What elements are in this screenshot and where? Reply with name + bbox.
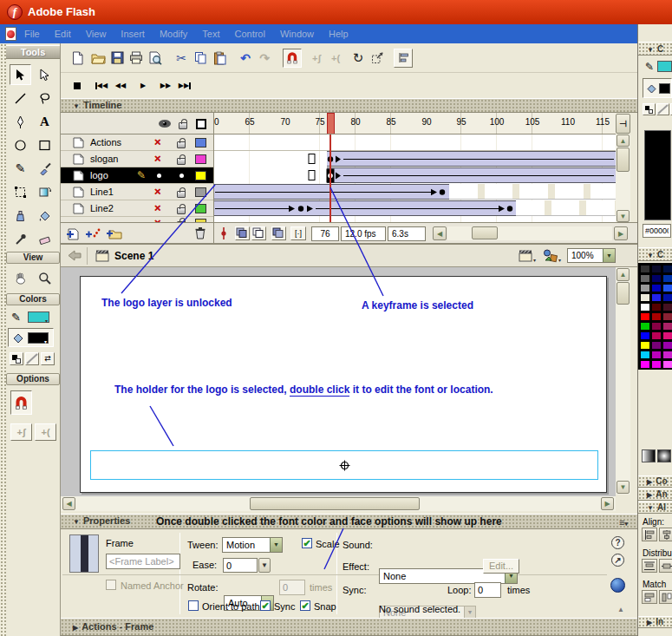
color-swatch[interactable] (651, 331, 662, 340)
print-preview-button[interactable] (146, 49, 165, 68)
new-document-button[interactable] (68, 49, 87, 68)
hex-color-field[interactable] (643, 224, 671, 238)
mixer-no-color-button[interactable] (656, 103, 669, 115)
layer-outline-swatch[interactable] (195, 204, 206, 213)
distribute-center-button[interactable] (659, 559, 672, 573)
color-swatch[interactable] (640, 284, 650, 292)
scrollbar-thumb[interactable] (250, 497, 420, 510)
pen-tool[interactable] (10, 111, 31, 132)
menu-insert[interactable]: Insert (121, 29, 145, 39)
menu-view[interactable]: View (86, 29, 107, 39)
lasso-tool[interactable] (34, 88, 55, 108)
scale-button[interactable] (368, 49, 387, 68)
color-swatch[interactable] (640, 274, 650, 283)
color-swatch[interactable] (662, 284, 672, 292)
annotation-double-click-link[interactable]: double click (290, 384, 349, 397)
timeline-scroll-right-button[interactable]: ▶ (614, 226, 628, 240)
help-icon[interactable]: ? (611, 536, 624, 549)
center-frame-button[interactable] (219, 226, 228, 242)
open-button[interactable] (88, 49, 108, 68)
timeline-header[interactable]: ▼Timeline (61, 98, 637, 113)
undo-button[interactable]: ↶ (236, 49, 255, 68)
ease-spinner-button[interactable]: ▼ (258, 558, 271, 573)
layer-unlocked-dot[interactable] (179, 174, 184, 178)
loop-field[interactable] (474, 582, 501, 598)
orient-to-path-checkbox[interactable] (188, 600, 199, 611)
scrollbar-thumb[interactable] (472, 226, 498, 239)
stroke-color-swatch[interactable]: ▾ (28, 311, 49, 323)
color-swatch[interactable] (662, 293, 672, 302)
menu-help[interactable]: Help (329, 29, 349, 39)
snap-checkbox[interactable]: ✔ (300, 600, 310, 611)
align-panel-header[interactable]: ▼Al (638, 502, 672, 514)
controller-rewind-button[interactable]: ◀◀ (92, 76, 111, 95)
straighten-option[interactable]: +( (35, 423, 56, 441)
distribute-top-button[interactable] (642, 559, 657, 573)
scroll-left-button[interactable]: ◀ (62, 497, 75, 510)
controller-step-forward-button[interactable]: ▶▶ (156, 76, 175, 95)
align-button[interactable] (394, 49, 413, 68)
align-center-button[interactable] (659, 528, 672, 541)
current-frame-field[interactable]: 76 (311, 226, 339, 241)
menu-window[interactable]: Window (280, 29, 314, 39)
color-swatch[interactable] (651, 351, 662, 359)
oval-tool[interactable] (10, 134, 31, 155)
scroll-right-button[interactable]: ▶ (601, 497, 614, 510)
color-swatch[interactable] (651, 360, 662, 369)
answers-panel-header[interactable]: ▶An (638, 488, 672, 501)
default-colors-button[interactable] (10, 352, 23, 365)
rotate-times-field[interactable] (279, 580, 305, 595)
layer-hidden-x-icon[interactable]: × (154, 137, 161, 148)
expand-panel-icon[interactable]: ↗ (611, 554, 624, 567)
radial-gradient-swatch[interactable] (657, 449, 671, 462)
color-swatch[interactable] (651, 274, 662, 283)
timeline-scroll-left-button[interactable]: ◀ (433, 226, 447, 240)
layer-outline-swatch[interactable] (195, 138, 206, 148)
panel-menu-icon[interactable]: ≡▾ (619, 516, 628, 529)
color-swatch[interactable] (662, 274, 672, 283)
color-swatches-header[interactable]: ▼C (638, 247, 672, 261)
subselection-tool[interactable] (34, 64, 55, 85)
color-swatch[interactable] (640, 341, 650, 350)
info-panel-header[interactable]: ▶In (638, 616, 672, 628)
controller-stop-button[interactable] (68, 76, 87, 95)
match-height-button[interactable] (659, 590, 672, 604)
color-swatch[interactable] (640, 331, 650, 340)
color-swatch[interactable] (640, 360, 650, 369)
copy-button[interactable] (191, 49, 210, 68)
tools-panel-gripper[interactable] (0, 43, 6, 636)
color-swatch[interactable] (651, 341, 662, 350)
tween-select[interactable]: Motion▼ (222, 537, 283, 553)
color-swatch[interactable] (651, 322, 662, 331)
mixer-default-colors-button[interactable] (643, 103, 656, 115)
swap-colors-button[interactable]: ⇄ (41, 352, 55, 365)
layer-row-logo-selected[interactable]: logo ✎ (61, 167, 214, 184)
fill-color-control[interactable]: ▾ (8, 328, 54, 347)
layer-hidden-x-icon[interactable]: × (154, 154, 161, 164)
color-swatch[interactable] (662, 312, 672, 321)
color-swatch[interactable] (640, 312, 650, 321)
color-swatch[interactable] (651, 293, 662, 302)
menu-modify[interactable]: Modify (160, 29, 187, 39)
back-arrow-icon[interactable] (68, 250, 82, 261)
layer-row-slogan[interactable]: slogan × (61, 151, 214, 167)
stage-vscrollbar[interactable]: ▲ ▼ (616, 267, 630, 495)
scroll-up-button[interactable]: ▲ (617, 134, 630, 147)
frame-label-field[interactable] (106, 554, 180, 569)
layer-hidden-x-icon[interactable]: × (154, 187, 161, 197)
color-swatch[interactable] (662, 341, 672, 350)
timeline-hscrollbar[interactable] (447, 226, 612, 240)
sync-checkbox[interactable]: ✔ (260, 600, 271, 611)
color-swatch[interactable] (651, 265, 662, 273)
layer-row-line1[interactable]: Line1 × (61, 184, 214, 200)
frame-view-options-button[interactable]: ⊣ (616, 114, 630, 134)
stage-canvas[interactable]: The logo layer is unlocked A keyframe is… (80, 276, 607, 493)
layer-locked-icon[interactable] (177, 191, 186, 198)
fill-color-swatch[interactable]: ▾ (28, 332, 49, 344)
layer-locked-icon[interactable] (177, 158, 186, 165)
layer-locked-icon[interactable] (177, 207, 186, 214)
redo-button[interactable]: ↷ (255, 49, 274, 68)
color-swatch[interactable] (640, 303, 650, 311)
collapse-corner-icon[interactable]: ▲ (617, 606, 624, 613)
color-swatch[interactable] (662, 351, 672, 359)
